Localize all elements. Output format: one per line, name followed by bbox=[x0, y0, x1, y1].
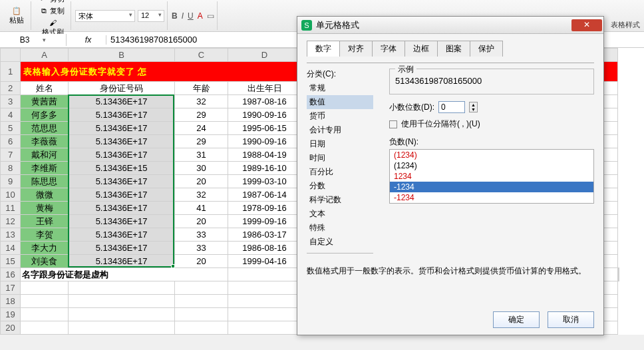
negative-option[interactable]: (1234) bbox=[390, 150, 593, 160]
cell[interactable] bbox=[175, 281, 228, 295]
cell-name[interactable]: 范思思 bbox=[21, 122, 69, 135]
cell-age[interactable]: 20 bbox=[175, 255, 228, 268]
cell[interactable] bbox=[21, 281, 69, 295]
font-color-button[interactable]: A bbox=[198, 11, 203, 21]
negative-option[interactable]: -1234 bbox=[390, 182, 593, 192]
row-header[interactable]: 3 bbox=[1, 95, 21, 108]
col-header-A[interactable]: A bbox=[21, 49, 69, 62]
row-header[interactable]: 1 bbox=[1, 62, 21, 82]
name-box[interactable]: B3 bbox=[0, 34, 67, 46]
cell-name[interactable]: 戴和河 bbox=[21, 148, 69, 162]
row-header[interactable]: 4 bbox=[1, 108, 21, 122]
cell-age[interactable]: 20 bbox=[175, 175, 228, 188]
cell[interactable] bbox=[175, 308, 228, 321]
negative-option[interactable]: -1234 bbox=[390, 192, 593, 203]
cell-age[interactable]: 29 bbox=[175, 108, 228, 122]
cell-name[interactable]: 李维斯 bbox=[21, 162, 69, 175]
cell-name[interactable]: 何多多 bbox=[21, 108, 69, 122]
copy-button[interactable]: ⧉复制 bbox=[37, 5, 67, 17]
negative-list[interactable]: (1234)(1234)1234-1234-1234 bbox=[389, 149, 594, 204]
cell[interactable] bbox=[175, 295, 228, 308]
cell-name[interactable]: 李大力 bbox=[21, 242, 69, 255]
row-header[interactable]: 19 bbox=[1, 308, 21, 321]
cell-dob[interactable]: 1978-09-16 bbox=[228, 202, 301, 215]
category-item[interactable]: 百分比 bbox=[307, 165, 373, 179]
row-header[interactable]: 8 bbox=[1, 162, 21, 175]
cell[interactable] bbox=[175, 321, 228, 335]
fx-button[interactable]: fx bbox=[85, 35, 91, 45]
cell-id[interactable]: 5.13436E+15 bbox=[69, 162, 175, 175]
cell-dob[interactable]: 1987-06-14 bbox=[228, 188, 301, 202]
cell-dob[interactable]: 1989-16-10 bbox=[228, 162, 301, 175]
cell-name[interactable]: 李贺 bbox=[21, 228, 69, 242]
cell-name[interactable]: 李薇薇 bbox=[21, 135, 69, 148]
row-header[interactable]: 6 bbox=[1, 135, 21, 148]
category-list[interactable]: 常规数值货币会计专用日期时间百分比分数科学记数文本特殊自定义 bbox=[307, 81, 373, 254]
table-header-name[interactable]: 姓名 bbox=[21, 82, 69, 95]
cell-dob[interactable]: 1999-04-16 bbox=[228, 255, 301, 268]
cell-age[interactable]: 20 bbox=[175, 215, 228, 228]
row-header[interactable]: 18 bbox=[1, 295, 21, 308]
bold-button[interactable]: B bbox=[172, 11, 178, 21]
italic-button[interactable]: I bbox=[182, 11, 184, 21]
row-header[interactable]: 13 bbox=[1, 228, 21, 242]
cell-age[interactable]: 29 bbox=[175, 135, 228, 148]
row-header[interactable]: 17 bbox=[1, 281, 21, 295]
cell-name[interactable]: 黄梅 bbox=[21, 202, 69, 215]
cell-name[interactable]: 微微 bbox=[21, 188, 69, 202]
cell-id[interactable]: 5.13436E+17 bbox=[69, 122, 175, 135]
underline-button[interactable]: U bbox=[188, 11, 194, 21]
row-header[interactable]: 15 bbox=[1, 255, 21, 268]
cell-dob[interactable]: 1986-03-17 bbox=[228, 228, 301, 242]
cell[interactable] bbox=[228, 321, 301, 335]
tab-2[interactable]: 字体 bbox=[372, 41, 405, 57]
category-item[interactable]: 常规 bbox=[307, 81, 373, 95]
thousands-checkbox[interactable] bbox=[389, 120, 397, 128]
dialog-titlebar[interactable]: S 单元格格式 ✕ bbox=[297, 17, 603, 34]
ok-button[interactable]: 确定 bbox=[493, 311, 540, 328]
cell-name[interactable]: 刘美食 bbox=[21, 255, 69, 268]
category-item[interactable]: 数值 bbox=[307, 95, 373, 109]
row-header[interactable]: 9 bbox=[1, 175, 21, 188]
category-item[interactable]: 科学记数 bbox=[307, 193, 373, 207]
cancel-button[interactable]: 取消 bbox=[548, 311, 594, 328]
font-name-select[interactable]: 宋体 bbox=[75, 10, 135, 22]
cut-button[interactable]: ✂剪切 bbox=[37, 0, 67, 5]
cell-id[interactable]: 5.13436E+17 bbox=[69, 255, 175, 268]
cell-dob[interactable]: 1999-09-16 bbox=[228, 215, 301, 228]
negative-option[interactable]: (1234) bbox=[390, 160, 593, 171]
cell-id[interactable]: 5.13436E+17 bbox=[69, 148, 175, 162]
cell[interactable] bbox=[228, 281, 301, 295]
cell-name[interactable]: 陈思思 bbox=[21, 175, 69, 188]
category-item[interactable]: 日期 bbox=[307, 137, 373, 151]
table-header-age[interactable]: 年龄 bbox=[175, 82, 228, 95]
negative-option[interactable]: 1234 bbox=[390, 171, 593, 182]
cell[interactable] bbox=[21, 295, 69, 308]
cell-age[interactable]: 33 bbox=[175, 228, 228, 242]
row-header[interactable]: 10 bbox=[1, 188, 21, 202]
cell[interactable] bbox=[228, 295, 301, 308]
category-item[interactable]: 时间 bbox=[307, 151, 373, 165]
col-header-D[interactable]: D bbox=[228, 49, 301, 62]
font-size-select[interactable]: 12 bbox=[138, 10, 164, 22]
tab-4[interactable]: 图案 bbox=[437, 41, 470, 57]
table-header-dob[interactable]: 出生年日 bbox=[228, 82, 301, 95]
row-header[interactable]: 16 bbox=[1, 268, 21, 281]
cell[interactable] bbox=[69, 308, 175, 321]
cell-age[interactable]: 32 bbox=[175, 188, 228, 202]
tab-5[interactable]: 保护 bbox=[470, 41, 503, 57]
cell-age[interactable]: 33 bbox=[175, 242, 228, 255]
cell-age[interactable]: 30 bbox=[175, 162, 228, 175]
cell-id[interactable]: 5.13436E+17 bbox=[69, 108, 175, 122]
cell-dob[interactable]: 1987-08-16 bbox=[228, 95, 301, 108]
cell-name[interactable]: 王铎 bbox=[21, 215, 69, 228]
chevron-down-icon[interactable]: ▼ bbox=[470, 107, 477, 112]
col-header-C[interactable]: C bbox=[175, 49, 228, 62]
row-header[interactable]: 5 bbox=[1, 122, 21, 135]
cell[interactable] bbox=[21, 321, 69, 335]
cell[interactable] bbox=[21, 308, 69, 321]
row-header[interactable]: 12 bbox=[1, 215, 21, 228]
cell[interactable] bbox=[69, 321, 175, 335]
cell-id[interactable]: 5.13436E+17 bbox=[69, 95, 175, 108]
select-all-corner[interactable] bbox=[1, 49, 21, 62]
